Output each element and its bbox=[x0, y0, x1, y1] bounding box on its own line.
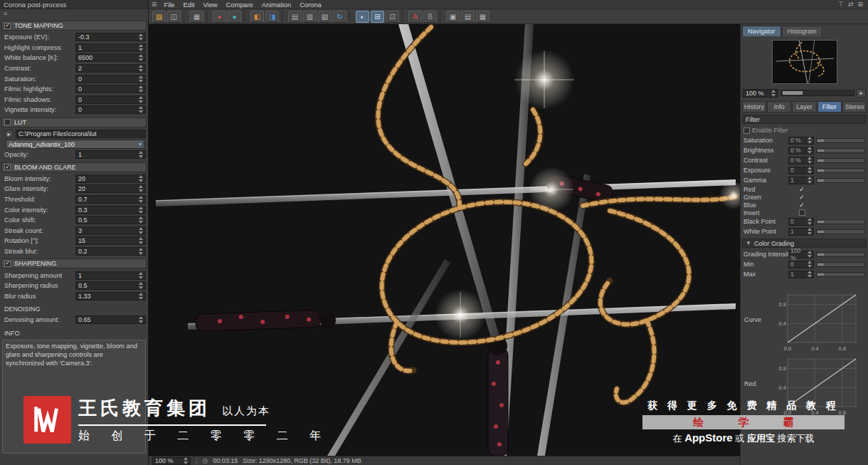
section-header-tone-mapping[interactable]: ✓TONE MAPPING bbox=[1, 21, 147, 31]
slider-thumb[interactable] bbox=[783, 91, 803, 95]
spinner-icon[interactable] bbox=[184, 457, 189, 464]
version-a-icon[interactable]: A bbox=[408, 11, 422, 23]
lut-path-field[interactable]: C:\Program Files\corona\lut bbox=[16, 130, 146, 138]
spinner-icon[interactable] bbox=[139, 227, 144, 234]
lightmix-icon[interactable]: ◧ bbox=[250, 11, 264, 23]
spinner-icon[interactable] bbox=[139, 96, 144, 103]
spinner-icon[interactable] bbox=[139, 175, 144, 182]
tab-navigator[interactable]: Navigator bbox=[742, 26, 781, 36]
field-filmic-shadows[interactable]: 0 bbox=[75, 95, 146, 104]
checkbox-sharpening[interactable]: ✓ bbox=[4, 261, 11, 267]
filter-slider-gamma[interactable] bbox=[816, 178, 865, 183]
spinner-icon[interactable] bbox=[139, 272, 144, 279]
hamburger-icon[interactable]: ≡ bbox=[0, 9, 148, 19]
spinner-icon[interactable] bbox=[808, 177, 813, 184]
pin-icon[interactable]: ⊤ bbox=[838, 1, 844, 8]
spinner-icon[interactable] bbox=[808, 147, 813, 154]
field-rotation[interactable]: 15 bbox=[75, 236, 146, 245]
curve-graph[interactable]: 0.00.40.80.80.4 bbox=[776, 292, 859, 353]
spinner-icon[interactable] bbox=[139, 216, 144, 224]
field-filmic-highlights[interactable]: 0 bbox=[75, 85, 146, 93]
field-white-balance-k[interactable]: 6500 bbox=[75, 53, 146, 62]
spinner-icon[interactable] bbox=[139, 293, 144, 300]
panel-history-icon[interactable]: ▤ bbox=[288, 11, 302, 23]
tab-layer[interactable]: Layer bbox=[792, 101, 816, 112]
render-red-icon[interactable]: ● bbox=[213, 11, 226, 23]
tab-history[interactable]: History bbox=[742, 101, 766, 112]
lut-preset-select[interactable]: Adanmq_Advantix_100▾ bbox=[6, 140, 144, 149]
spinner-icon[interactable] bbox=[139, 207, 144, 214]
spinner-icon[interactable] bbox=[808, 261, 813, 268]
spinner-icon[interactable] bbox=[139, 85, 144, 93]
checkbox-bloom-and-glare[interactable]: ✓ bbox=[4, 164, 11, 170]
panel-layers-icon[interactable]: ▥ bbox=[303, 11, 317, 23]
spinner-icon[interactable] bbox=[139, 248, 144, 255]
compare-grid-icon[interactable]: ⊞ bbox=[371, 11, 384, 23]
compare-split-icon[interactable]: ◐ bbox=[356, 11, 369, 23]
tab-stereo[interactable]: Stereo bbox=[842, 101, 867, 112]
field-sharpening-amount[interactable]: 1 bbox=[75, 271, 146, 280]
lut-load-button[interactable]: ▸ bbox=[4, 130, 14, 138]
navigator-thumbnail[interactable] bbox=[772, 40, 837, 84]
field-sharpening-radius[interactable]: 0.5 bbox=[75, 281, 146, 290]
section-header-bloom-and-glare[interactable]: ✓BLOOM AND GLARE bbox=[1, 162, 147, 172]
channel-check-red[interactable]: ✓ bbox=[799, 186, 805, 193]
field-highlight-compress[interactable]: 1 bbox=[75, 43, 146, 52]
filter-value-min[interactable]: 0 bbox=[788, 261, 814, 268]
compare-swap-icon[interactable]: ⊡ bbox=[386, 11, 399, 23]
section-header-lut[interactable]: LUT bbox=[1, 117, 147, 127]
field-color-shift[interactable]: 0.5 bbox=[75, 216, 146, 224]
sync-icon[interactable]: ↻ bbox=[333, 11, 346, 23]
open-icon[interactable]: ▨ bbox=[152, 11, 166, 23]
field-saturation[interactable]: 0 bbox=[75, 75, 146, 83]
nav-fit-button[interactable]: ▸ bbox=[857, 89, 866, 98]
field-streak-blur[interactable]: 0.2 bbox=[75, 247, 146, 256]
spinner-icon[interactable] bbox=[139, 196, 144, 203]
spinner-icon[interactable] bbox=[139, 75, 144, 83]
zoom-field[interactable]: 100 % bbox=[152, 457, 191, 465]
spinner-icon[interactable] bbox=[139, 151, 144, 158]
menu-corona[interactable]: Corona bbox=[295, 1, 326, 9]
nav-zoom-field[interactable]: 100 % bbox=[743, 89, 778, 98]
spinner-icon[interactable] bbox=[139, 237, 144, 244]
menu-grid-icon[interactable]: ⊞ bbox=[152, 1, 157, 8]
invert-checkbox[interactable] bbox=[799, 209, 805, 216]
spinner-icon[interactable] bbox=[808, 137, 813, 144]
spinner-icon[interactable] bbox=[808, 218, 813, 225]
spinner-icon[interactable] bbox=[139, 282, 144, 289]
snapshot-icon[interactable]: ▦ bbox=[190, 11, 203, 23]
filter-value-contrast[interactable]: 0 % bbox=[788, 157, 814, 164]
field-blur-radius[interactable]: 1.33 bbox=[75, 292, 146, 301]
spinner-icon[interactable] bbox=[139, 106, 144, 113]
layout-3-icon[interactable]: ▦ bbox=[476, 11, 489, 23]
version-b-icon[interactable]: B bbox=[423, 11, 437, 23]
menu-file[interactable]: File bbox=[160, 1, 179, 9]
field-bloom-intensity[interactable]: 20 bbox=[75, 174, 146, 183]
filter-value-exposure[interactable]: 0 bbox=[788, 167, 814, 174]
filter-slider-min[interactable] bbox=[816, 262, 865, 267]
checkbox-lut[interactable] bbox=[4, 119, 11, 125]
nav-zoom-slider[interactable] bbox=[780, 90, 854, 96]
layout-grid-icon[interactable]: ⊞ bbox=[857, 1, 863, 8]
spinner-icon[interactable] bbox=[139, 316, 144, 323]
filter-slider-grading-intensity[interactable] bbox=[816, 252, 865, 257]
spinner-icon[interactable] bbox=[808, 167, 813, 174]
filter-value-grading-intensity[interactable]: 100 % bbox=[788, 251, 814, 258]
render-teal-icon[interactable]: ● bbox=[228, 11, 241, 23]
field-threshold[interactable]: 0.7 bbox=[75, 195, 146, 204]
panel-info-icon[interactable]: ▧ bbox=[318, 11, 332, 23]
filter-value-max[interactable]: 1 bbox=[788, 271, 814, 278]
field-contrast[interactable]: 2 bbox=[75, 64, 146, 73]
render-viewport[interactable] bbox=[149, 24, 740, 456]
filter-slider-brightness[interactable] bbox=[816, 148, 865, 153]
layout-2-icon[interactable]: ▤ bbox=[461, 11, 475, 23]
menu-edit[interactable]: Edit bbox=[179, 1, 199, 9]
enable-filter-checkbox[interactable] bbox=[743, 127, 750, 134]
checkbox-tone-mapping[interactable]: ✓ bbox=[4, 23, 11, 29]
filter-value-brightness[interactable]: 0 % bbox=[788, 147, 814, 155]
field-opacity[interactable]: 1 bbox=[75, 150, 146, 159]
section-header-sharpening[interactable]: ✓SHARPENING bbox=[1, 258, 147, 268]
filter-value-black-point[interactable]: 0 bbox=[788, 218, 814, 226]
filter-value-white-point[interactable]: 1 bbox=[788, 228, 814, 236]
field-exposure-ev[interactable]: -0.3 bbox=[75, 33, 146, 41]
